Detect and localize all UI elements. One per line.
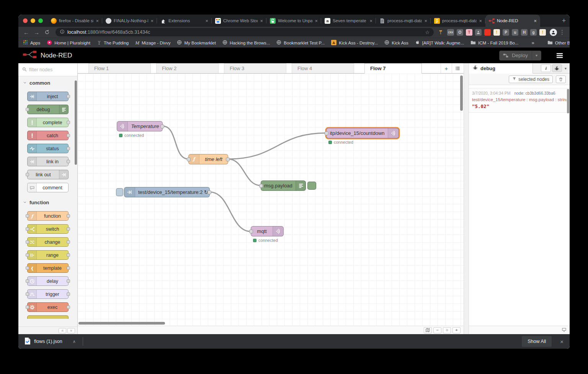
extension-icon-0[interactable] <box>438 29 444 36</box>
deploy-button[interactable]: Deploy ▾ <box>499 51 541 61</box>
palette-node-switch[interactable]: switch <box>27 224 69 234</box>
bookmark-1[interactable]: Home | Pluralsight <box>47 40 90 46</box>
flow-canvas[interactable]: Temperatureconnectedƒtime leftitp/device… <box>78 74 464 326</box>
extension-icon-7[interactable]: P <box>503 29 509 36</box>
debug-tab-button[interactable] <box>552 64 562 72</box>
palette-node-change[interactable]: change <box>27 237 69 247</box>
bookmarks-overflow-chevron[interactable]: » <box>532 40 534 46</box>
input-port[interactable] <box>187 157 191 161</box>
palette-node-range[interactable]: range <box>27 250 69 260</box>
input-port[interactable] <box>325 131 328 135</box>
tab-debug[interactable]: debug <box>469 63 533 74</box>
flow-node-msg-payload[interactable]: msg.payload <box>261 180 306 191</box>
extension-icon-9[interactable]: H <box>521 29 528 36</box>
extension-icon-10[interactable]: g <box>530 29 537 36</box>
bookmark-5[interactable]: Hacking the Brows... <box>222 40 270 46</box>
zoom-out-button[interactable]: − <box>433 327 441 333</box>
palette-node-link-out[interactable]: link out <box>27 170 69 179</box>
bookmark-star-icon[interactable]: ☆ <box>425 30 430 35</box>
browser-tab-6[interactable]: process-mqtt-data× <box>376 15 431 27</box>
palette-node-catch[interactable]: catch <box>27 131 69 140</box>
main-menu-icon[interactable] <box>554 52 565 59</box>
palette-node-exec[interactable]: exec <box>27 302 69 312</box>
tab-close-icon[interactable]: × <box>479 18 482 24</box>
extension-icon-5[interactable] <box>484 29 491 36</box>
tab-close-icon[interactable]: × <box>424 18 427 24</box>
tab-close-icon[interactable]: × <box>96 18 99 24</box>
tab-close-icon[interactable]: × <box>150 18 154 24</box>
extension-icon-4[interactable] <box>475 29 482 36</box>
bookmark-4[interactable]: My Bookmarklet <box>177 40 216 46</box>
traffic-light-minimize[interactable] <box>31 18 35 23</box>
browser-tab-2[interactable]: Extensions× <box>157 15 212 27</box>
deploy-options-chevron[interactable]: ▾ <box>532 51 541 60</box>
bookmark-3[interactable]: MMizage - Divvy <box>135 40 170 46</box>
reload-button[interactable] <box>42 28 52 37</box>
palette-node-function[interactable]: ƒfunction <box>27 211 69 221</box>
browser-tab-7[interactable]: process-mqtt-data× <box>431 15 485 27</box>
debug-scrollbar[interactable] <box>567 89 569 113</box>
palette-node-link-in[interactable]: link in <box>27 157 69 166</box>
tab-close-icon[interactable]: × <box>205 18 208 24</box>
palette-section-common[interactable]: common <box>18 76 77 88</box>
bookmark-2[interactable]: The Pudding <box>97 40 129 46</box>
filter-selected-nodes-button[interactable]: selected nodes <box>509 75 553 83</box>
output-port[interactable] <box>207 190 211 194</box>
canvas-horizontal-scrollbar[interactable] <box>78 322 165 325</box>
palette-node-trigger[interactable]: trigger <box>27 289 69 299</box>
downloaded-file[interactable]: flows (1).json ∧ <box>24 337 76 346</box>
traffic-light-close[interactable] <box>23 18 28 23</box>
browser-menu-icon[interactable]: ⋮ <box>558 29 567 36</box>
browser-tab-active[interactable]: Node-RED× <box>485 15 540 27</box>
extension-icon-1[interactable]: CRX <box>447 29 454 36</box>
tab-close-icon[interactable]: × <box>315 18 318 24</box>
bookmark-10[interactable]: ICM - Fall 2019 Bo... <box>470 40 518 46</box>
palette-node-inject[interactable]: inject <box>27 92 69 101</box>
address-bar[interactable]: localhost:1880/#flow/6468a5cb.31434c ☆ <box>56 28 434 36</box>
info-tab-button[interactable]: i <box>541 64 551 72</box>
extension-icon-6[interactable]: ! <box>493 29 500 36</box>
navigator-button[interactable] <box>424 327 432 333</box>
profile-avatar[interactable] <box>550 29 557 36</box>
sidebar-splitter[interactable] <box>464 63 469 334</box>
site-info-icon[interactable] <box>60 29 65 35</box>
browser-tab-3[interactable]: Chrome Web Store× <box>212 15 266 27</box>
close-download-bar-button[interactable]: × <box>560 338 564 345</box>
browser-tab-4[interactable]: Welcome to Unpay× <box>266 15 321 27</box>
bookmark-7[interactable]: Kick Ass - Destroy... <box>331 40 378 46</box>
flow-node-temperature[interactable]: Temperature <box>117 121 163 131</box>
flow-node-countdown[interactable]: itp/device_15/countdown <box>326 128 399 138</box>
bookmark-6[interactable]: Bookmarklet Test P... <box>276 40 325 46</box>
output-port[interactable] <box>226 157 230 161</box>
debug-enable-toggle[interactable] <box>307 182 316 190</box>
bookmark-0[interactable]: Apps <box>23 40 40 46</box>
extension-icon-3[interactable]: T <box>466 29 472 36</box>
forward-button[interactable]: → <box>32 28 41 37</box>
tab-close-icon[interactable]: × <box>534 18 537 24</box>
flow-tab-flow-7[interactable]: Flow 7 <box>364 63 422 74</box>
flow-tab-flow-3[interactable]: Flow 3 <box>224 63 286 73</box>
back-button[interactable]: ← <box>21 28 31 37</box>
palette-node-delay[interactable]: delay <box>27 276 69 286</box>
browser-tab-0[interactable]: firefox - Disable sin× <box>47 15 102 27</box>
browser-tab-5[interactable]: nSeven temperate te× <box>321 15 376 27</box>
show-all-downloads-button[interactable]: Show All <box>522 336 552 347</box>
add-flow-button[interactable]: + <box>441 63 452 73</box>
other-bookmarks[interactable]: Other Bookmarks <box>547 40 570 46</box>
new-tab-button[interactable]: + <box>558 15 570 26</box>
tab-close-icon[interactable]: × <box>369 18 372 24</box>
palette-node-debug[interactable]: debug <box>27 105 69 114</box>
palette-node-status[interactable]: status <box>27 144 69 153</box>
flow-list-button[interactable] <box>452 63 463 73</box>
collapse-all-button[interactable]: « <box>59 328 66 333</box>
palette-node-complete[interactable]: complete <box>27 118 69 127</box>
palette-node-template[interactable]: {template <box>27 263 69 273</box>
browser-tab-1[interactable]: FINALly-Nothing-B× <box>102 15 157 27</box>
bookmark-9[interactable]: [AR]T Walk: Augme... <box>415 40 464 46</box>
expand-sidebar-icon[interactable] <box>562 327 567 334</box>
flow-node-time-left[interactable]: ƒtime left <box>188 154 228 164</box>
palette-node-comment[interactable]: comment <box>27 183 69 192</box>
extension-icon-8[interactable]: u <box>512 29 518 36</box>
download-options-chevron[interactable]: ∧ <box>73 339 76 344</box>
expand-all-button[interactable]: « <box>67 328 75 333</box>
